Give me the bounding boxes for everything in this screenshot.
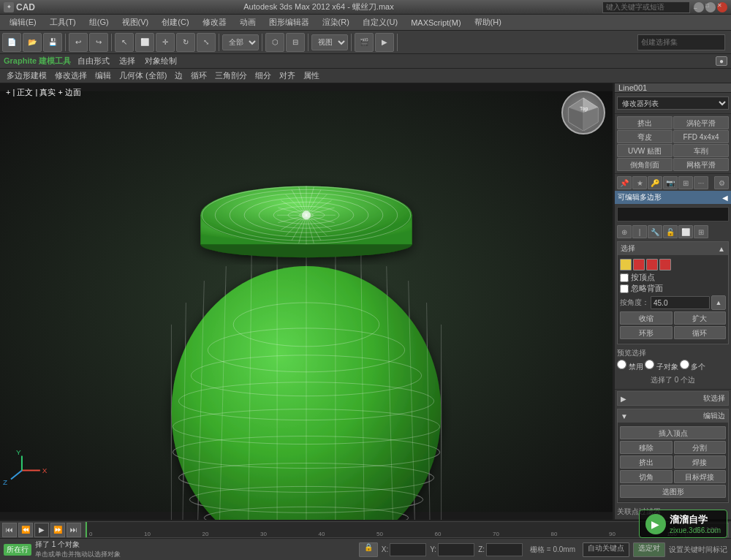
auto-key-btn[interactable]: 自动关键点 (583, 542, 629, 557)
view-dropdown[interactable]: 视图 (311, 34, 348, 50)
mod-uvw[interactable]: UVW 贴图 (617, 144, 673, 157)
sub-geometry-all[interactable]: 几何体 (全部) (116, 70, 170, 81)
sub-edit[interactable]: 编辑 (92, 70, 114, 81)
threshold-spinner-up[interactable]: ▲ (711, 295, 726, 310)
y-input[interactable] (438, 543, 474, 556)
sub-icon-6[interactable]: ⊞ (694, 225, 708, 238)
render-button[interactable]: ▶ (375, 33, 394, 52)
menu-graph-editor[interactable]: 图形编辑器 (263, 15, 315, 29)
open-button[interactable]: 📂 (23, 33, 42, 52)
redo-button[interactable]: ↪ (89, 33, 108, 52)
mod-bend[interactable]: 弯皮 (617, 130, 673, 143)
menu-edit[interactable]: 编辑(E) (4, 15, 42, 29)
select-region-button[interactable]: ⬜ (135, 33, 154, 52)
mod-icon-settings[interactable]: ⚙ (714, 176, 729, 189)
move-button[interactable]: ✛ (156, 33, 175, 52)
mod-icon-dots[interactable]: ··· (694, 176, 708, 189)
play-btn[interactable]: ▶ (34, 523, 49, 537)
mod-extrude[interactable]: 挤出 (617, 116, 673, 129)
menu-modifiers[interactable]: 修改器 (197, 15, 232, 29)
sub-subdivide[interactable]: 细分 (252, 70, 274, 81)
radio-subobject[interactable] (645, 360, 654, 369)
next-frame-btn[interactable]: ⏩ (50, 523, 65, 537)
sub-modify-selection[interactable]: 修改选择 (52, 70, 90, 81)
menu-help[interactable]: 帮助(H) (469, 15, 507, 29)
mod-ffd[interactable]: FFD 4x4x4 (673, 130, 729, 143)
checkbox-by-vertex-input[interactable] (620, 273, 629, 282)
save-button[interactable]: 💾 (43, 33, 62, 52)
shrink-btn[interactable]: 收缩 (620, 311, 673, 325)
rotate-button[interactable]: ↻ (176, 33, 195, 52)
edge-graph-btn[interactable]: 选图形 (620, 485, 726, 498)
color-red-3[interactable] (659, 259, 671, 270)
edit-edge-header[interactable]: ▼ 编辑边 (618, 409, 728, 423)
menu-render[interactable]: 渲染(R) (317, 15, 355, 29)
loop-btn[interactable]: 循环 (674, 326, 727, 339)
color-red-1[interactable] (633, 259, 645, 270)
nav-cube[interactable]: Top (561, 91, 605, 135)
soft-selection-header[interactable]: ▶ 软选择 (618, 392, 728, 405)
sub-icon-2[interactable]: | (632, 225, 647, 238)
viewport-view-type[interactable]: 正文 (17, 88, 33, 97)
sub-icon-1[interactable]: ⊕ (617, 225, 632, 238)
sub-loop[interactable]: 循环 (188, 70, 210, 81)
graphite-tab-object-paint[interactable]: 对象绘制 (142, 56, 180, 67)
maximize-button[interactable]: □ (705, 2, 716, 12)
mod-icon-star[interactable]: ★ (632, 176, 647, 189)
threshold-input[interactable] (651, 296, 710, 309)
z-input[interactable] (486, 543, 523, 556)
modifier-list-dropdown[interactable]: 修改器列表 (617, 97, 729, 110)
menu-create[interactable]: 创建(C) (156, 15, 194, 29)
x-input[interactable] (390, 543, 426, 556)
viewport[interactable]: + | 正文 | 真实 + 边面 (0, 83, 614, 520)
ring-btn[interactable]: 环形 (620, 326, 673, 339)
radio-disable[interactable] (617, 360, 626, 369)
viewport-shading[interactable]: 真实 + 边面 (39, 88, 81, 97)
active-modifier-row[interactable]: 可编辑多边形 ◀ (615, 191, 731, 204)
grow-btn[interactable]: 扩大 (674, 311, 727, 325)
mod-turbosmooth[interactable]: 涡轮平滑 (673, 116, 729, 129)
undo-button[interactable]: ↩ (69, 33, 88, 52)
mod-icon-camera[interactable]: 📷 (663, 176, 678, 189)
weld-btn[interactable]: 焊接 (674, 455, 727, 469)
radio-multiple[interactable] (680, 360, 689, 369)
mod-bevel[interactable]: 倒角剖面 (617, 158, 673, 171)
sub-align[interactable]: 对齐 (276, 70, 298, 81)
sub-icon-4[interactable]: 🔓 (663, 225, 678, 238)
sub-icon-3[interactable]: 🔧 (648, 225, 662, 238)
mod-lathe[interactable]: 车削 (673, 144, 729, 157)
mirror-button[interactable]: ⬡ (265, 33, 284, 52)
render-setup-button[interactable]: 🎬 (355, 33, 374, 52)
sub-edge[interactable]: 边 (172, 70, 186, 81)
insert-vertex-btn[interactable]: 插入顶点 (620, 426, 726, 439)
chamfer-btn[interactable]: 切角 (620, 470, 673, 483)
mod-meshsmooth[interactable]: 网格平滑 (673, 158, 729, 171)
align-button[interactable]: ⊟ (286, 33, 305, 52)
goto-start-btn[interactable]: ⏮ (2, 523, 17, 537)
color-yellow[interactable] (620, 259, 632, 270)
split-btn[interactable]: 分割 (674, 441, 727, 454)
select-button[interactable]: ↖ (115, 33, 134, 52)
minimize-button[interactable]: _ (694, 2, 704, 12)
menu-tools[interactable]: 工具(T) (44, 15, 82, 29)
graphite-tab-select[interactable]: 选择 (116, 56, 138, 67)
menu-customize[interactable]: 自定义(U) (357, 15, 404, 29)
extrude-edge-btn[interactable]: 挤出 (620, 455, 673, 469)
select-all-dropdown[interactable]: 全部 (222, 34, 259, 50)
menu-animation[interactable]: 动画 (234, 15, 262, 29)
graphite-tab-freeform[interactable]: 自由形式 (75, 56, 113, 67)
sub-triangulate[interactable]: 三角剖分 (212, 70, 250, 81)
checkbox-ignore-back-input[interactable] (620, 284, 629, 293)
lock-btn[interactable]: 🔒 (359, 542, 378, 557)
scale-button[interactable]: ⤡ (197, 33, 216, 52)
remove-btn[interactable]: 移除 (620, 441, 673, 454)
selection-header[interactable]: 选择 ▲ (618, 242, 728, 255)
mod-icon-key[interactable]: 🔑 (648, 176, 662, 189)
close-button[interactable]: ✕ (717, 2, 727, 12)
new-button[interactable]: 📄 (2, 33, 21, 52)
prev-frame-btn[interactable]: ⏪ (18, 523, 33, 537)
menu-view[interactable]: 视图(V) (116, 15, 155, 29)
target-weld-btn[interactable]: 目标焊接 (674, 470, 727, 483)
menu-maxscript[interactable]: MAXScript(M) (405, 17, 466, 29)
filter-btn[interactable]: 选定对 (633, 542, 665, 557)
